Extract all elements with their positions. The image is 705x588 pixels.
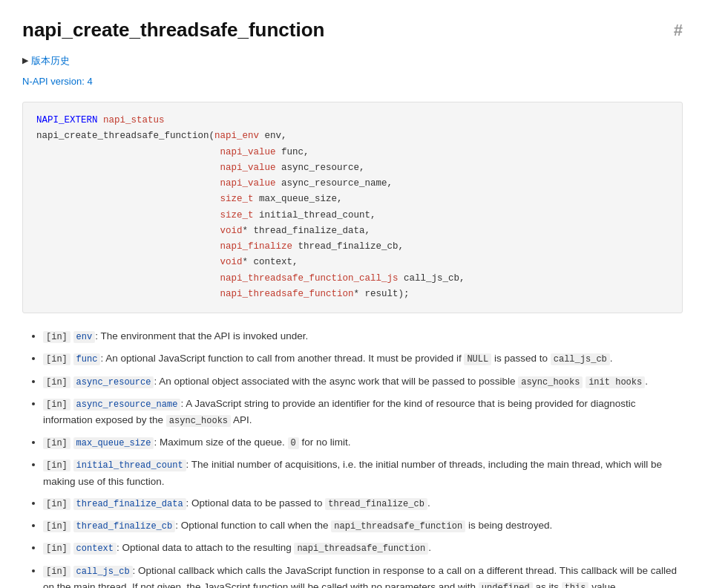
param-name: async_resource_name [73, 399, 181, 411]
param-name: context [73, 543, 117, 555]
param-name: call_js_cb [73, 566, 133, 578]
arrow-icon: ▶ [22, 54, 28, 68]
param-name: thread_finalize_data [73, 498, 186, 510]
inline-code: thread_finalize_cb [325, 498, 427, 510]
inline-code: async_hooks [518, 376, 583, 388]
list-item: [in] call_js_cb: Optional callback which… [43, 563, 683, 588]
inline-code: async_hooks [166, 415, 231, 427]
list-item: [in] max_queue_size: Maximum size of the… [43, 434, 683, 451]
list-item: [in] thread_finalize_data: Optional data… [43, 495, 683, 512]
param-tag: [in] [43, 520, 70, 532]
param-tag: [in] [43, 399, 70, 411]
param-tag: [in] [43, 460, 70, 471]
napi-version-label: N-API version: 4 [22, 74, 683, 90]
inline-code: undefined [479, 582, 533, 588]
param-name: max_queue_size [73, 437, 154, 449]
list-item: [in] func: An optional JavaScript functi… [43, 350, 683, 367]
param-tag: [in] [43, 437, 70, 449]
list-item: [in] thread_finalize_cb: Optional functi… [43, 517, 683, 534]
list-item: [in] async_resource: An optional object … [43, 373, 683, 390]
list-item: [in] async_resource_name: A JavaScript s… [43, 396, 683, 428]
param-name: thread_finalize_cb [73, 520, 176, 532]
param-tag: [in] [43, 353, 70, 365]
inline-code: this [562, 582, 589, 588]
params-list: [in] env: The environment that the API i… [43, 328, 683, 588]
param-tag: [in] [43, 331, 70, 343]
list-item: [in] context: Optional data to attach to… [43, 540, 683, 556]
list-item: [in] env: The environment that the API i… [43, 328, 683, 344]
inline-code: call_js_cb [551, 353, 610, 365]
param-tag: [in] [43, 498, 70, 510]
param-tag: [in] [43, 376, 70, 388]
page-title: napi_create_threadsafe_function # [22, 15, 683, 46]
param-name: env [73, 331, 96, 343]
inline-code: napi_threadsafe_function [331, 520, 465, 532]
anchor-link[interactable]: # [674, 17, 683, 43]
inline-code: NULL [464, 353, 491, 365]
inline-code: napi_threadsafe_function [294, 543, 428, 555]
param-tag: [in] [43, 543, 70, 555]
param-name: initial_thread_count [73, 460, 186, 471]
inline-code: init hooks [586, 376, 645, 388]
list-item: [in] initial_thread_count: The initial n… [43, 457, 683, 489]
inline-code: 0 [288, 437, 299, 449]
param-tag: [in] [43, 566, 70, 578]
param-name: async_resource [73, 376, 154, 388]
code-block: NAPI_EXTERN napi_status napi_create_thre… [22, 102, 683, 313]
param-name: func [73, 353, 101, 365]
version-history-toggle[interactable]: ▶ 版本历史 [22, 53, 683, 69]
